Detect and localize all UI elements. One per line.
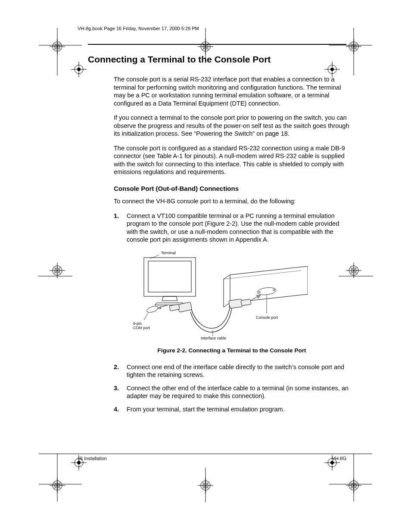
figure-label-com-port: 9-pinCOM port — [133, 321, 150, 330]
figure-label-interface-cable: Interface cable — [201, 336, 226, 339]
svg-line-100 — [144, 313, 148, 320]
figure-label-console-port: Console port — [256, 315, 278, 320]
paragraph: To connect the VH-8G console port to a t… — [88, 197, 350, 205]
footer-left: 16 Installation — [78, 456, 107, 461]
footer-right: VH-8G — [332, 456, 346, 461]
svg-line-93 — [224, 271, 301, 279]
paragraph: The console port is configured as a stan… — [88, 144, 350, 176]
figure-diagram: Terminal Console port — [88, 249, 350, 341]
svg-rect-104 — [241, 299, 251, 305]
svg-point-95 — [258, 291, 260, 293]
step-item: Connect the other end of the interface c… — [114, 384, 350, 400]
paragraph: If you connect a terminal to the console… — [88, 114, 350, 138]
figure-caption: Figure 2-2. Connecting a Terminal to the… — [88, 347, 350, 354]
subsection-heading: Console Port (Out-of-Band) Connections — [88, 185, 350, 192]
figure-label-terminal: Terminal — [161, 251, 176, 255]
step-item: From your terminal, start the terminal e… — [114, 405, 350, 414]
svg-rect-103 — [229, 299, 243, 308]
step-item: Connect one end of the interface cable d… — [114, 363, 350, 379]
svg-line-92 — [150, 255, 159, 258]
running-header: VH-8g.book Page 16 Friday, November 17, … — [39, 26, 372, 31]
paragraph: The console port is a serial RS-232 inte… — [88, 75, 350, 107]
top-rule — [88, 44, 346, 45]
svg-rect-101 — [177, 302, 192, 312]
step-item: Connect a VT100 compatible terminal or a… — [114, 212, 350, 244]
svg-point-96 — [273, 289, 275, 291]
section-heading: Connecting a Terminal to the Console Por… — [88, 54, 350, 65]
svg-point-98 — [146, 305, 159, 314]
